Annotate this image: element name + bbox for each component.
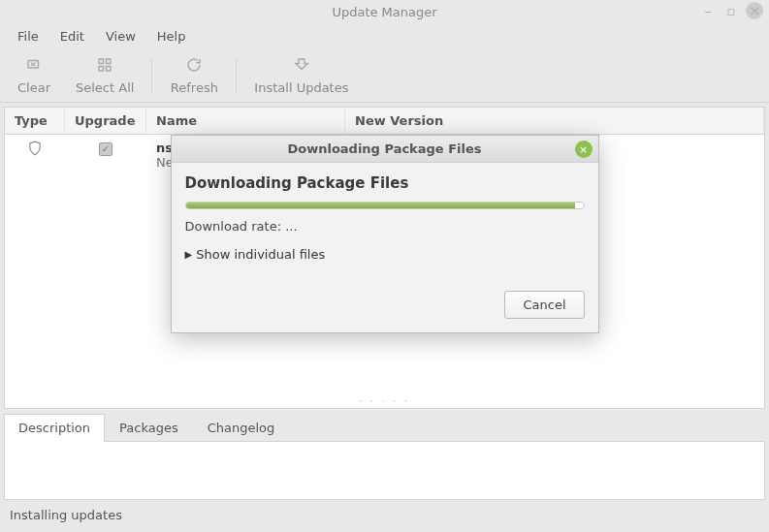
download-rate-label: Download rate: ... [185, 219, 585, 234]
dialog-actions: Cancel [185, 291, 585, 319]
dialog-titlebar[interactable]: Downloading Package Files × [172, 136, 598, 163]
progress-bar-fill [186, 203, 576, 208]
expander-triangle-icon: ▶ [185, 249, 193, 260]
progress-bar [185, 202, 585, 209]
expander-label: Show individual files [196, 247, 325, 262]
download-dialog: Downloading Package Files × Downloading … [171, 135, 599, 333]
show-files-expander[interactable]: ▶ Show individual files [185, 247, 585, 262]
modal-overlay: Downloading Package Files × Downloading … [0, 0, 769, 532]
cancel-button[interactable]: Cancel [504, 291, 584, 319]
dialog-close-icon[interactable]: × [575, 141, 593, 158]
dialog-heading: Downloading Package Files [185, 174, 585, 192]
dialog-body: Downloading Package Files Download rate:… [172, 163, 598, 332]
dialog-title: Downloading Package Files [172, 141, 598, 156]
